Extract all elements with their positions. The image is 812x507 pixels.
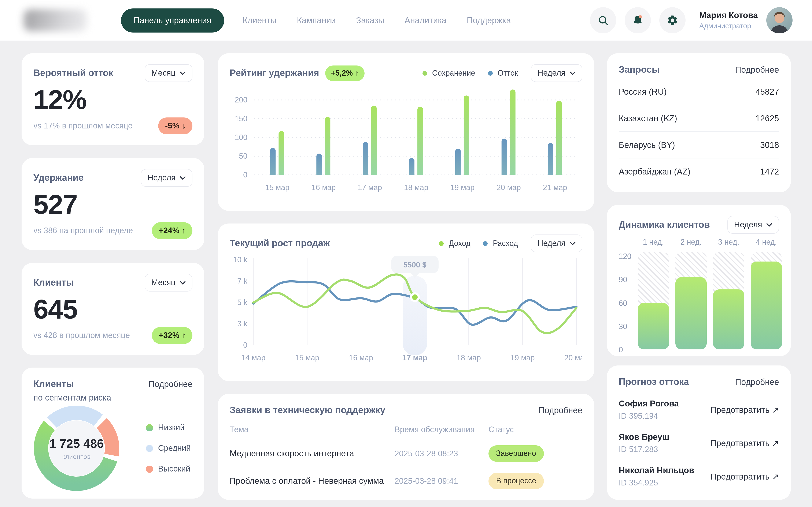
retention-chart-title: Рейтинг удержания bbox=[230, 68, 319, 78]
search-icon bbox=[598, 14, 609, 26]
details-link[interactable]: Подробнее bbox=[735, 65, 779, 74]
period-dropdown[interactable]: Неделя bbox=[530, 64, 582, 82]
svg-text:150: 150 bbox=[235, 114, 247, 123]
risk-donut-chart: 1 725 486 клиентов bbox=[34, 405, 120, 491]
support-title: Заявки в техническую поддержку bbox=[230, 405, 385, 416]
tab-dashboard[interactable]: Панель управления bbox=[121, 8, 224, 32]
status-badge: В процессе bbox=[489, 473, 544, 489]
forecast-row: Николай Нильцов ID 354.925 Предотвратить… bbox=[619, 466, 779, 488]
client-name: Николай Нильцов bbox=[619, 466, 694, 475]
nav-item-clients[interactable]: Клиенты bbox=[243, 15, 276, 25]
avatar[interactable] bbox=[766, 7, 793, 34]
period-dropdown[interactable]: Неделя bbox=[141, 169, 192, 187]
svg-text:200: 200 bbox=[235, 96, 247, 104]
chevron-down-icon bbox=[180, 176, 186, 180]
nav-item-support[interactable]: Поддержка bbox=[467, 15, 511, 25]
support-table-row[interactable]: Медленная скорость интернета 2025-03-28 … bbox=[230, 445, 582, 462]
svg-text:14 мар: 14 мар bbox=[241, 353, 266, 362]
bell-icon bbox=[632, 14, 644, 26]
svg-text:18 мар: 18 мар bbox=[404, 183, 428, 192]
legend-item-high: Высокий bbox=[146, 464, 191, 473]
week-label: 2 нед. bbox=[675, 238, 707, 247]
svg-text:0: 0 bbox=[243, 341, 247, 349]
details-link[interactable]: Подробнее bbox=[735, 377, 779, 387]
kpi-card-clients: Клиенты Месяц 645 vs 428 в прошлом месяц… bbox=[21, 263, 204, 355]
details-link[interactable]: Подробнее bbox=[149, 379, 192, 389]
chevron-down-icon bbox=[180, 281, 186, 285]
svg-text:7 k: 7 k bbox=[237, 277, 248, 285]
requests-title: Запросы bbox=[619, 64, 660, 75]
svg-text:19 мар: 19 мар bbox=[450, 183, 474, 192]
settings-button[interactable] bbox=[660, 7, 686, 34]
income-dot bbox=[439, 241, 444, 246]
legend-item-expense: Расход bbox=[483, 239, 518, 248]
client-id: ID 395.194 bbox=[619, 411, 679, 421]
chevron-down-icon bbox=[766, 223, 772, 227]
high-risk-dot bbox=[146, 465, 153, 472]
kpi-change-badge: +32% ↑ bbox=[152, 327, 192, 344]
support-tickets-card: Заявки в техническую поддержку Подробнее… bbox=[218, 394, 594, 500]
week-label: 3 нед. bbox=[713, 238, 744, 247]
right-column: Запросы Подробнее Россия (RU) 45827 Каза… bbox=[607, 53, 791, 500]
save-dot bbox=[422, 71, 427, 75]
app-logo bbox=[24, 9, 87, 31]
kpi-value: 527 bbox=[34, 189, 192, 220]
period-dropdown[interactable]: Месяц bbox=[144, 64, 192, 82]
svg-text:15 мар: 15 мар bbox=[295, 353, 319, 362]
period-dropdown[interactable]: Неделя bbox=[727, 216, 779, 234]
dashboard-content: Вероятный отток Месяц 12% vs 17% в прошл… bbox=[0, 41, 812, 507]
period-dropdown[interactable]: Неделя bbox=[530, 234, 582, 252]
user-name: Мария Котова bbox=[699, 10, 758, 20]
dynamics-bar bbox=[638, 303, 669, 349]
request-count: 1472 bbox=[760, 167, 779, 177]
dynamics-bar bbox=[675, 277, 707, 349]
kpi-title: Удержание bbox=[34, 172, 84, 183]
dynamics-title: Динамика клиентов bbox=[619, 219, 710, 230]
legend-item-save: Сохранение bbox=[422, 69, 475, 77]
sales-line-chart: 03 k5 k7 k10 k5500 $14 мар15 мар16 мар17… bbox=[230, 256, 582, 369]
left-column: Вероятный отток Месяц 12% vs 17% в прошл… bbox=[21, 53, 204, 499]
notifications-button[interactable] bbox=[625, 7, 651, 34]
forecast-title: Прогноз оттока bbox=[619, 377, 689, 387]
svg-text:10 k: 10 k bbox=[233, 256, 248, 264]
svg-text:21 мар: 21 мар bbox=[543, 183, 567, 192]
svg-text:16 мар: 16 мар bbox=[311, 183, 336, 192]
nav-item-campaigns[interactable]: Кампании bbox=[297, 15, 336, 25]
user-role: Администратор bbox=[699, 22, 758, 30]
svg-text:50: 50 bbox=[239, 152, 247, 160]
donut-center-value: 1 725 486 bbox=[49, 437, 104, 451]
kpi-value: 12% bbox=[34, 84, 192, 115]
prevent-link[interactable]: Предотвратить ↗ bbox=[710, 471, 779, 482]
y-tick: 120 bbox=[619, 252, 633, 261]
svg-text:3 k: 3 k bbox=[237, 320, 248, 328]
low-risk-dot bbox=[146, 424, 153, 431]
kpi-card-retention: Удержание Неделя 527 vs 386 на прошлой н… bbox=[21, 158, 204, 250]
dynamics-bar bbox=[713, 290, 744, 349]
kpi-compare: vs 386 на прошлой неделе bbox=[34, 226, 133, 235]
search-button[interactable] bbox=[590, 7, 616, 34]
request-row: Казахстан (KZ) 12625 bbox=[619, 105, 779, 132]
details-link[interactable]: Подробнее bbox=[539, 405, 582, 415]
bar-track bbox=[638, 252, 669, 349]
status-badge: Завершено bbox=[489, 445, 544, 462]
kpi-title: Вероятный отток bbox=[34, 68, 113, 78]
kpi-change-badge: -5% ↓ bbox=[158, 117, 192, 134]
support-table-row[interactable]: Проблема с оплатой - Неверная сумма 2025… bbox=[230, 473, 582, 489]
bar-track bbox=[675, 252, 707, 349]
period-dropdown[interactable]: Месяц bbox=[144, 274, 192, 291]
legend-item-income: Доход bbox=[439, 239, 470, 248]
client-id: ID 517.283 bbox=[619, 445, 669, 454]
prevent-link[interactable]: Предотвратить ↗ bbox=[710, 438, 779, 448]
request-row: Азербайджан (AZ) 1472 bbox=[619, 158, 779, 185]
y-tick: 30 bbox=[619, 322, 633, 331]
kpi-compare: vs 17% в прошлом месяце bbox=[34, 121, 133, 130]
svg-text:20 мар: 20 мар bbox=[497, 183, 521, 192]
segments-title: Клиенты bbox=[34, 379, 74, 390]
nav-item-analytics[interactable]: Аналитика bbox=[405, 15, 446, 25]
prevent-link[interactable]: Предотвратить ↗ bbox=[710, 405, 779, 415]
nav-item-orders[interactable]: Заказы bbox=[356, 15, 385, 25]
header-actions: Мария Котова Администратор bbox=[590, 7, 793, 34]
sales-legend: Доход Расход bbox=[439, 239, 518, 248]
request-count: 12625 bbox=[756, 113, 779, 123]
svg-text:20 мар: 20 мар bbox=[564, 353, 582, 362]
